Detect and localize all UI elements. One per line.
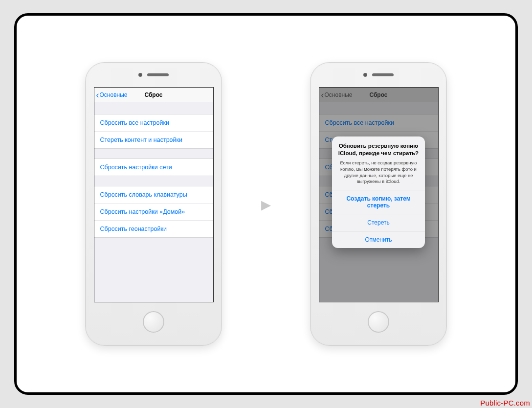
row-erase-content-settings[interactable]: Стереть контент и настройки: [94, 131, 213, 148]
earpiece-speaker-icon: [372, 73, 394, 76]
device-top-bar: [310, 63, 446, 87]
section-gap: [94, 149, 213, 159]
front-camera-icon: [138, 73, 142, 77]
earpiece-speaker-icon: [147, 73, 169, 76]
row-reset-network[interactable]: Сбросить настройки сети: [94, 159, 213, 176]
nav-back-button[interactable]: ‹ Основные: [94, 91, 128, 99]
settings-group-3: Сбросить словарь клавиатуры Сбросить нас…: [94, 186, 213, 238]
sheet-message: Если стереть, не создав резервную копию,…: [338, 160, 419, 185]
home-button[interactable]: [143, 311, 164, 333]
sheet-header: Обновить резервную копию iCloud, прежде …: [332, 136, 425, 190]
erase-button[interactable]: Стереть: [332, 214, 425, 231]
screen-left: ‹ Основные Сброс Сбросить все настройки …: [94, 87, 214, 302]
section-gap: [94, 176, 213, 186]
sheet-title: Обновить резервную копию iCloud, прежде …: [338, 142, 419, 157]
stage: ‹ Основные Сброс Сбросить все настройки …: [17, 16, 515, 392]
row-reset-all-settings[interactable]: Сбросить все настройки: [94, 114, 213, 131]
section-gap: [94, 102, 213, 114]
chevron-left-icon: ‹: [96, 91, 99, 99]
nav-back-label: Основные: [100, 91, 128, 98]
screen-right: ‹ Основные Сброс Сбросить все настройки …: [319, 87, 439, 302]
backup-then-erase-button[interactable]: Создать копию, затем стереть: [332, 190, 425, 214]
iphone-device-right: ‹ Основные Сброс Сбросить все настройки …: [310, 62, 447, 346]
row-reset-home-layout[interactable]: Сбросить настройки «Домой»: [94, 203, 213, 220]
device-top-bar: [86, 63, 222, 87]
arrow-right-icon: ▸: [261, 194, 271, 214]
cancel-button[interactable]: Отменить: [332, 231, 425, 248]
home-button[interactable]: [368, 311, 389, 333]
row-reset-location-privacy[interactable]: Сбросить геонастройки: [94, 220, 213, 237]
front-camera-icon: [363, 73, 367, 77]
watermark-text: Public-PC.com: [480, 399, 530, 407]
nav-bar: ‹ Основные Сброс: [94, 88, 213, 102]
settings-group-2: Сбросить настройки сети: [94, 159, 213, 176]
row-reset-keyboard-dictionary[interactable]: Сбросить словарь клавиатуры: [94, 186, 213, 203]
content-frame: ‹ Основные Сброс Сбросить все настройки …: [14, 13, 518, 395]
confirmation-sheet: Обновить резервную копию iCloud, прежде …: [332, 136, 425, 248]
settings-group-1: Сбросить все настройки Стереть контент и…: [94, 114, 213, 149]
iphone-device-left: ‹ Основные Сброс Сбросить все настройки …: [85, 62, 222, 346]
